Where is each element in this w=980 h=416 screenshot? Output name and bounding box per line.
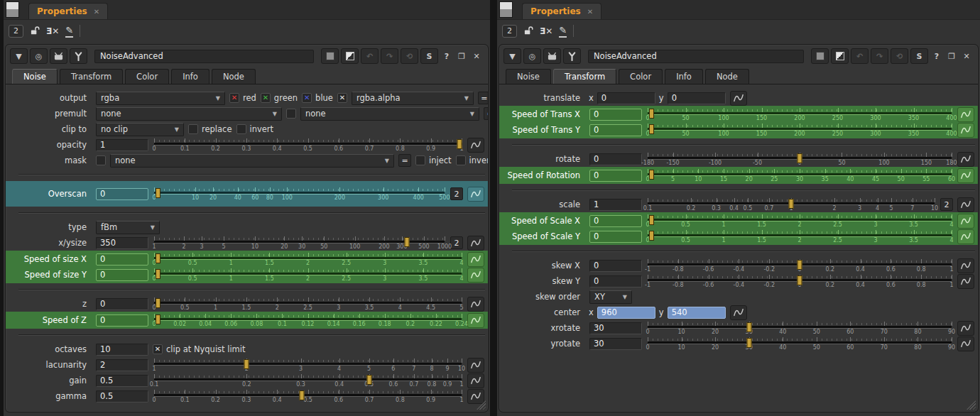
- rotate-curve-button[interactable]: [957, 152, 974, 167]
- redo-button[interactable]: ↷: [381, 48, 398, 64]
- unlock-icon[interactable]: [30, 26, 40, 35]
- speed-size-x-input[interactable]: 0: [96, 253, 148, 266]
- tab-transform[interactable]: Transform: [553, 69, 616, 84]
- wrench-icon-button[interactable]: [70, 48, 87, 64]
- z-input[interactable]: 0: [96, 298, 148, 310]
- properties-tab[interactable]: Properties✕: [522, 3, 601, 19]
- tab-info[interactable]: Info: [171, 69, 209, 84]
- max-panels-count[interactable]: 2: [502, 25, 517, 38]
- z-curve-button[interactable]: [467, 297, 484, 312]
- inject-checkbox[interactable]: [415, 155, 425, 165]
- split-layout-button[interactable]: [831, 48, 849, 64]
- monitor-icon-button[interactable]: [50, 48, 67, 64]
- slider-handle[interactable]: [649, 215, 654, 225]
- help-button[interactable]: ?: [930, 49, 943, 63]
- skew-x-input[interactable]: 0: [589, 260, 642, 272]
- z-slider[interactable]: 00.511.522.533.544.55: [154, 296, 462, 312]
- node-name-input[interactable]: NoiseAdvanced: [94, 50, 314, 63]
- overscan-slider[interactable]: 01020406080100200300400500: [154, 186, 445, 202]
- unlock-icon[interactable]: [523, 26, 533, 35]
- xysize-slider[interactable]: 1235102030501002003005001000: [154, 235, 445, 251]
- translate-y-input[interactable]: 0: [668, 92, 726, 104]
- edit-pencil-icon[interactable]: ✎: [559, 25, 567, 38]
- overscan-curve-button[interactable]: [467, 187, 484, 202]
- center-y-input[interactable]: 540: [668, 307, 726, 319]
- scale-curve-button[interactable]: [957, 197, 974, 212]
- speed-z-curve-button[interactable]: [467, 313, 484, 328]
- xysize-curve-button[interactable]: [467, 236, 484, 251]
- collapse-arrow-button[interactable]: ▼: [10, 48, 28, 64]
- tab-node[interactable]: Node: [705, 69, 749, 84]
- tab-noise[interactable]: Noise: [506, 69, 551, 84]
- center-node-button[interactable]: ◎: [30, 48, 48, 64]
- speed-rotation-slider[interactable]: 051015202530354045505560: [648, 168, 952, 183]
- nyquist-checkbox[interactable]: ✕: [153, 344, 163, 354]
- slider-handle[interactable]: [299, 390, 304, 400]
- xrotate-curve-button[interactable]: [957, 321, 974, 336]
- output-dropdown[interactable]: rgba▼: [96, 92, 225, 105]
- layout-square-button[interactable]: [321, 48, 339, 64]
- skew-y-slider[interactable]: -1-0.8-0.6-0.4-0.200.20.40.60.81: [648, 273, 952, 289]
- speed-scale-x-slider[interactable]: 00.511.522.533.54: [648, 213, 952, 229]
- panel-grip-icon[interactable]: [6, 1, 19, 18]
- premult-dropdown[interactable]: none▼: [96, 107, 282, 121]
- edit-pencil-icon[interactable]: ✎: [65, 25, 73, 38]
- clip-invert-checkbox[interactable]: [236, 124, 246, 134]
- speed-scale-y-curve-button[interactable]: [957, 229, 974, 244]
- split-layout-button[interactable]: [341, 48, 359, 64]
- speed-size-y-curve-button[interactable]: [467, 268, 484, 283]
- yrotate-curve-button[interactable]: [957, 336, 974, 351]
- redo-button[interactable]: ↷: [871, 48, 888, 64]
- revert-button[interactable]: ⟲: [401, 48, 418, 64]
- gain-input[interactable]: 0.5: [96, 375, 148, 387]
- speed-rotation-curve-button[interactable]: [957, 168, 974, 183]
- speed-rotation-input[interactable]: 0: [589, 170, 642, 182]
- gamma-slider[interactable]: 00.10.20.30.40.50.60.70.80.91: [154, 388, 462, 404]
- rotate-input[interactable]: 0: [589, 153, 642, 165]
- undo-button[interactable]: ↶: [851, 48, 869, 64]
- rotate-slider[interactable]: -180-150-100-50050100150180: [648, 151, 952, 167]
- green-channel-checkbox[interactable]: ✕: [261, 93, 271, 103]
- premult-channel-dropdown[interactable]: none▼: [300, 107, 479, 121]
- node-name-input[interactable]: NoiseAdvanced: [588, 50, 804, 63]
- speed-trans-x-curve-button[interactable]: [957, 107, 974, 122]
- slider-handle[interactable]: [789, 199, 794, 209]
- scale-views-button[interactable]: 2: [940, 198, 953, 211]
- xrotate-slider[interactable]: 0102030405060708090: [648, 320, 952, 336]
- skew-x-curve-button[interactable]: [957, 258, 974, 273]
- xysize-views-button[interactable]: 2: [450, 236, 463, 249]
- speed-trans-y-curve-button[interactable]: [957, 123, 974, 138]
- tab-close-icon[interactable]: ✕: [587, 8, 593, 16]
- yrotate-slider[interactable]: 0102030405060708090: [648, 336, 952, 351]
- revert-button[interactable]: ⟲: [891, 48, 908, 64]
- slider-handle[interactable]: [156, 269, 160, 279]
- slider-handle[interactable]: [156, 314, 160, 324]
- skew-y-curve-button[interactable]: [957, 274, 974, 289]
- speed-size-y-input[interactable]: 0: [96, 269, 148, 281]
- center-curve-button[interactable]: [730, 305, 747, 320]
- max-panels-count[interactable]: 2: [9, 25, 23, 38]
- slider-handle[interactable]: [404, 237, 409, 247]
- xrotate-input[interactable]: 30: [589, 322, 642, 334]
- tab-node[interactable]: Node: [212, 69, 256, 84]
- clear-all-panels-icon[interactable]: Ǝ✕: [46, 26, 59, 36]
- opacity-input[interactable]: 1: [96, 139, 148, 151]
- slider-handle[interactable]: [649, 170, 654, 180]
- properties-tab[interactable]: Properties✕: [28, 3, 108, 19]
- speed-z-input[interactable]: 0: [96, 314, 148, 327]
- slider-handle[interactable]: [746, 338, 751, 348]
- gamma-input[interactable]: 0.5: [96, 390, 148, 403]
- slider-handle[interactable]: [649, 231, 654, 241]
- mask-checkbox[interactable]: [96, 155, 106, 165]
- help-button[interactable]: ?: [440, 49, 453, 63]
- undo-button[interactable]: ↶: [361, 48, 379, 64]
- scale-slider[interactable]: 0.10.20.30.40.50.712345710: [648, 197, 935, 212]
- speed-size-y-slider[interactable]: 00.511.522.533.54: [154, 267, 462, 283]
- close-panel-button[interactable]: ✕: [470, 49, 483, 63]
- speed-scale-x-input[interactable]: 0: [589, 215, 642, 227]
- skew-order-dropdown[interactable]: XY▼: [589, 290, 632, 304]
- panel-grip-icon[interactable]: [499, 1, 513, 18]
- skew-x-slider[interactable]: -1-0.8-0.6-0.4-0.200.20.40.60.81: [648, 258, 952, 273]
- float-window-button[interactable]: ❐: [455, 49, 468, 63]
- script-button[interactable]: S: [420, 48, 438, 64]
